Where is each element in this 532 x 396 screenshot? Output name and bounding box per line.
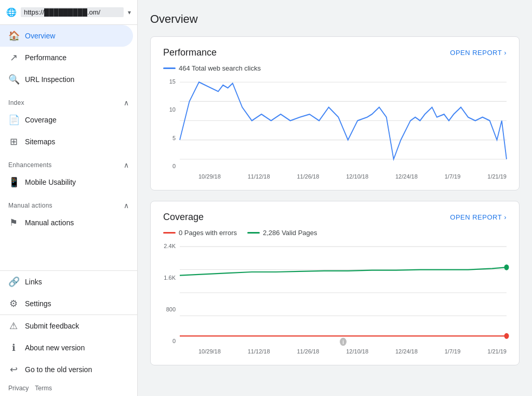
info-icon: ℹ [8,342,19,353]
nav-item-sitemaps[interactable]: ⊞ Sitemaps [0,131,133,153]
performance-y-axis: 15 10 5 0 [163,76,180,180]
feedback-icon: ⚠ [8,320,19,332]
coverage-info-text: i [342,339,344,345]
old-version-icon: ↩ [8,364,19,375]
section-manual-actions-label: Manual actions [8,202,52,209]
nav-label-manual-actions: Manual actions [25,219,74,227]
cx-label-1: 11/12/18 [248,348,270,354]
nav-item-go-to-old[interactable]: ↩ Go to the old version [0,359,133,380]
top-nav: 🏠 Overview ↗ Performance 🔍 URL Inspectio… [0,25,137,90]
mobile-icon: 📱 [8,176,19,188]
coverage-errors-label: 0 Pages with errors [179,229,237,237]
section-manual-actions: Manual actions ∧ [0,193,137,212]
performance-report-chevron-icon: › [504,49,507,57]
coverage-card-header: Coverage OPEN REPORT › [163,212,507,223]
y-label-800: 800 [166,306,176,312]
nav-label-about-new-version: About new version [25,344,85,352]
coverage-legend: 0 Pages with errors 2,286 Valid Pages [163,229,507,237]
nav-item-overview[interactable]: 🏠 Overview [0,25,133,47]
url-dropdown-icon[interactable]: ▾ [128,9,131,16]
coverage-open-report-button[interactable]: OPEN REPORT › [450,213,507,221]
coverage-chart-svg: i [180,241,507,345]
coverage-x-axis: 10/29/18 11/12/18 11/26/18 12/10/18 12/2… [180,346,507,354]
nav-item-performance[interactable]: ↗ Performance [0,47,133,69]
home-icon: 🏠 [8,30,19,42]
performance-legend-label: 464 Total web search clicks [179,64,261,72]
terms-link[interactable]: Terms [35,385,52,392]
coverage-valid-line [247,232,260,234]
flag-icon: ⚑ [8,217,19,228]
nav-item-mobile-usability[interactable]: 📱 Mobile Usability [0,171,133,193]
y-label-1600: 1.6K [164,275,176,281]
coverage-icon: 📄 [8,114,19,126]
x-label-5: 1/7/19 [445,173,461,180]
collapse-enhancements-icon[interactable]: ∧ [124,161,129,169]
cx-label-3: 12/10/18 [346,348,368,354]
site-url[interactable]: https://█████████.om/ [21,7,124,17]
nav-item-url-inspection[interactable]: 🔍 URL Inspection [0,69,133,90]
settings-icon: ⚙ [8,298,19,309]
x-label-3: 12/10/18 [346,173,368,180]
coverage-valid-line-path [180,267,507,276]
globe-icon: 🌐 [6,7,17,17]
nav-label-coverage: Coverage [25,116,57,124]
x-label-0: 10/29/18 [198,173,221,180]
coverage-chart-wrapper: 2.4K 1.6K 800 0 [163,241,507,354]
x-label-2: 11/26/18 [297,173,320,180]
performance-card-header: Performance OPEN REPORT › [163,47,507,58]
collapse-index-icon[interactable]: ∧ [124,99,129,107]
coverage-errors-line [163,232,176,234]
nav-label-overview: Overview [25,32,55,40]
x-label-4: 12/24/18 [395,173,418,180]
performance-chart-wrapper: 15 10 5 0 10/29/18 11/12/18 [163,76,507,180]
sitemaps-icon: ⊞ [8,136,19,147]
privacy-link[interactable]: Privacy [8,385,29,392]
sidebar: 🌐 https://█████████.om/ ▾ 🏠 Overview ↗ P… [0,0,138,396]
cx-label-5: 1/7/19 [445,348,461,354]
nav-item-coverage[interactable]: 📄 Coverage [0,109,133,131]
coverage-errors-dot [504,333,509,339]
nav-label-sitemaps: Sitemaps [25,138,55,146]
y-label-15: 15 [169,78,176,85]
performance-chart-svg [180,76,507,170]
performance-legend-line [163,67,176,69]
nav-item-manual-actions[interactable]: ⚑ Manual actions [0,212,133,234]
y-label-0: 0 [172,163,176,169]
coverage-card: Coverage OPEN REPORT › 0 Pages with erro… [150,201,520,365]
coverage-y-axis: 2.4K 1.6K 800 0 [163,241,180,354]
performance-x-axis: 10/29/18 11/12/18 11/26/18 12/10/18 12/2… [180,171,507,180]
coverage-valid-dot [504,265,509,270]
performance-legend: 464 Total web search clicks [163,64,507,72]
nav-item-settings[interactable]: ⚙ Settings [0,293,133,315]
url-bar: 🌐 https://█████████.om/ ▾ [0,0,137,25]
coverage-open-report-label: OPEN REPORT [450,213,502,221]
search-icon: 🔍 [8,74,19,85]
nav-label-go-to-old: Go to the old version [25,365,92,374]
x-label-1: 11/12/18 [248,173,270,180]
cx-label-6: 1/21/19 [487,348,507,354]
performance-open-report-button[interactable]: OPEN REPORT › [450,49,507,57]
cx-label-2: 11/26/18 [297,348,320,354]
nav-label-settings: Settings [25,299,51,308]
bottom-nav: 🔗 Links ⚙ Settings ⚠ Submit feedback ℹ A… [0,270,137,380]
page-title: Overview [150,12,520,26]
nav-item-about-new-version[interactable]: ℹ About new version [0,337,133,359]
main-content: Overview Performance OPEN REPORT › 464 T… [138,0,532,396]
nav-label-submit-feedback: Submit feedback [25,322,79,330]
coverage-legend-errors: 0 Pages with errors [163,229,237,237]
nav-item-submit-feedback[interactable]: ⚠ Submit feedback [0,315,133,337]
nav-label-performance: Performance [25,53,66,62]
nav-label-url-inspection: URL Inspection [25,75,74,84]
performance-open-report-label: OPEN REPORT [450,49,502,57]
cx-label-0: 10/29/18 [198,348,221,354]
coverage-report-chevron-icon: › [504,213,507,221]
performance-icon: ↗ [8,52,19,63]
collapse-manual-actions-icon[interactable]: ∧ [124,201,129,210]
coverage-card-title: Coverage [163,212,204,223]
cx-label-4: 12/24/18 [395,348,418,354]
section-enhancements-label: Enhancements [8,161,52,169]
coverage-valid-label: 2,286 Valid Pages [263,229,317,237]
x-label-6: 1/21/19 [487,173,507,180]
nav-item-links[interactable]: 🔗 Links [0,271,133,293]
coverage-chart-body: i 10/29/18 11/12/18 11/26/18 12/10/18 12… [180,241,507,354]
